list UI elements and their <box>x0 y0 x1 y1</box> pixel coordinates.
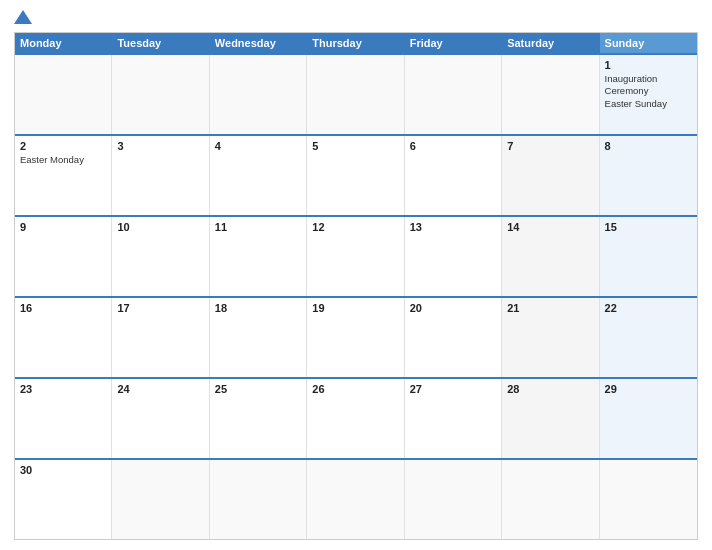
cal-cell <box>112 460 209 539</box>
cal-cell: 23 <box>15 379 112 458</box>
day-header-thursday: Thursday <box>307 33 404 53</box>
cal-cell <box>405 55 502 134</box>
day-number: 9 <box>20 221 106 233</box>
cal-cell: 14 <box>502 217 599 296</box>
calendar-week-5: 23242526272829 <box>15 377 697 458</box>
cal-cell: 15 <box>600 217 697 296</box>
cal-cell: 6 <box>405 136 502 215</box>
calendar-week-2: 2Easter Monday345678 <box>15 134 697 215</box>
cal-cell: 9 <box>15 217 112 296</box>
cal-cell: 24 <box>112 379 209 458</box>
cal-cell: 17 <box>112 298 209 377</box>
cal-cell: 10 <box>112 217 209 296</box>
calendar-event: Easter Sunday <box>605 98 692 110</box>
day-header-sunday: Sunday <box>600 33 697 53</box>
logo <box>14 10 32 24</box>
cal-cell: 3 <box>112 136 209 215</box>
day-number: 16 <box>20 302 106 314</box>
calendar-week-4: 16171819202122 <box>15 296 697 377</box>
calendar-week-6: 30 <box>15 458 697 539</box>
day-number: 1 <box>605 59 692 71</box>
cal-cell: 12 <box>307 217 404 296</box>
header <box>14 10 698 24</box>
cal-cell: 30 <box>15 460 112 539</box>
cal-cell <box>502 460 599 539</box>
day-header-saturday: Saturday <box>502 33 599 53</box>
day-number: 10 <box>117 221 203 233</box>
day-number: 13 <box>410 221 496 233</box>
calendar: MondayTuesdayWednesdayThursdayFridaySatu… <box>14 32 698 540</box>
cal-cell: 29 <box>600 379 697 458</box>
cal-cell: 18 <box>210 298 307 377</box>
day-number: 25 <box>215 383 301 395</box>
cal-cell: 20 <box>405 298 502 377</box>
day-number: 6 <box>410 140 496 152</box>
day-number: 22 <box>605 302 692 314</box>
cal-cell: 8 <box>600 136 697 215</box>
page: MondayTuesdayWednesdayThursdayFridaySatu… <box>0 0 712 550</box>
day-number: 5 <box>312 140 398 152</box>
day-number: 8 <box>605 140 692 152</box>
day-number: 4 <box>215 140 301 152</box>
cal-cell: 16 <box>15 298 112 377</box>
day-header-friday: Friday <box>405 33 502 53</box>
day-number: 24 <box>117 383 203 395</box>
calendar-event: Easter Monday <box>20 154 106 166</box>
cal-cell <box>307 460 404 539</box>
calendar-header-row: MondayTuesdayWednesdayThursdayFridaySatu… <box>15 33 697 53</box>
calendar-week-1: 1InaugurationCeremonyEaster Sunday <box>15 53 697 134</box>
day-number: 30 <box>20 464 106 476</box>
cal-cell: 22 <box>600 298 697 377</box>
calendar-event: Inauguration <box>605 73 692 85</box>
day-number: 20 <box>410 302 496 314</box>
cal-cell <box>405 460 502 539</box>
cal-cell <box>502 55 599 134</box>
cal-cell: 25 <box>210 379 307 458</box>
cal-cell <box>600 460 697 539</box>
day-number: 11 <box>215 221 301 233</box>
day-number: 17 <box>117 302 203 314</box>
day-number: 26 <box>312 383 398 395</box>
cal-cell: 5 <box>307 136 404 215</box>
day-number: 29 <box>605 383 692 395</box>
cal-cell: 27 <box>405 379 502 458</box>
cal-cell: 19 <box>307 298 404 377</box>
cal-cell: 1InaugurationCeremonyEaster Sunday <box>600 55 697 134</box>
cal-cell: 13 <box>405 217 502 296</box>
cal-cell <box>210 55 307 134</box>
day-header-monday: Monday <box>15 33 112 53</box>
day-number: 3 <box>117 140 203 152</box>
day-number: 18 <box>215 302 301 314</box>
day-number: 28 <box>507 383 593 395</box>
cal-cell: 28 <box>502 379 599 458</box>
day-number: 14 <box>507 221 593 233</box>
cal-cell <box>307 55 404 134</box>
calendar-body: 1InaugurationCeremonyEaster Sunday2Easte… <box>15 53 697 539</box>
calendar-event: Ceremony <box>605 85 692 97</box>
day-header-tuesday: Tuesday <box>112 33 209 53</box>
cal-cell <box>210 460 307 539</box>
day-number: 27 <box>410 383 496 395</box>
day-header-wednesday: Wednesday <box>210 33 307 53</box>
day-number: 23 <box>20 383 106 395</box>
cal-cell: 4 <box>210 136 307 215</box>
day-number: 15 <box>605 221 692 233</box>
day-number: 2 <box>20 140 106 152</box>
cal-cell: 2Easter Monday <box>15 136 112 215</box>
cal-cell <box>15 55 112 134</box>
cal-cell: 21 <box>502 298 599 377</box>
day-number: 7 <box>507 140 593 152</box>
day-number: 19 <box>312 302 398 314</box>
cal-cell: 7 <box>502 136 599 215</box>
cal-cell: 26 <box>307 379 404 458</box>
cal-cell <box>112 55 209 134</box>
day-number: 21 <box>507 302 593 314</box>
svg-marker-0 <box>14 10 32 24</box>
calendar-week-3: 9101112131415 <box>15 215 697 296</box>
cal-cell: 11 <box>210 217 307 296</box>
day-number: 12 <box>312 221 398 233</box>
logo-icon <box>14 10 32 24</box>
